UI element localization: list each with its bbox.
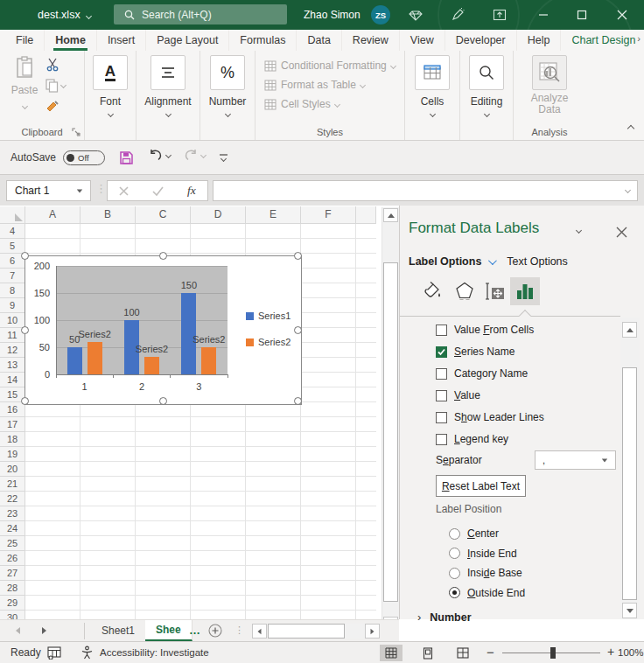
tab-chart-design[interactable]: Chart Design [561, 30, 644, 51]
column-header-e[interactable]: E [246, 206, 301, 224]
hscroll-track[interactable] [345, 624, 365, 639]
row-header-23[interactable]: 23 [0, 506, 25, 521]
dialog-launcher-icon[interactable] [72, 128, 80, 136]
bar-series2-cat2[interactable] [144, 357, 159, 374]
ribbon-display-options-icon[interactable] [492, 7, 508, 23]
number-section[interactable]: ›Number [417, 611, 472, 624]
zoom-percent[interactable]: 100% [618, 647, 643, 658]
row-header-24[interactable]: 24 [0, 521, 25, 536]
sheet-nav-next-icon[interactable] [42, 627, 46, 634]
zoom-in-button[interactable]: + [607, 645, 614, 659]
chart-selection-handle[interactable] [21, 252, 29, 260]
row-header-13[interactable]: 13 [0, 358, 25, 373]
tab-data[interactable]: Data [297, 30, 341, 51]
data-label[interactable]: 100 [123, 307, 139, 318]
label-options-icon[interactable] [510, 277, 540, 305]
tab-page-layout[interactable]: Page Layout [146, 30, 229, 51]
radio-outside-end[interactable]: Outside End [449, 585, 525, 601]
row-header-8[interactable]: 8 [0, 283, 25, 298]
row-header-21[interactable]: 21 [0, 477, 25, 492]
chart[interactable]: 050100150200150Series22100Series23150Ser… [24, 255, 302, 405]
avatar[interactable]: ZS [371, 5, 390, 24]
column-header-d[interactable]: D [191, 206, 246, 224]
add-sheet-icon[interactable] [208, 624, 222, 638]
accessibility-label[interactable]: Accessibility: Investigate [100, 647, 209, 658]
page-layout-view-button[interactable] [416, 645, 439, 661]
row-header-12[interactable]: 12 [0, 343, 25, 358]
data-label[interactable]: 150 [181, 280, 197, 290]
pane-menu-chevron-icon[interactable] [576, 227, 582, 234]
checkbox-category-name[interactable]: Category Name [436, 366, 528, 381]
chart-selection-handle[interactable] [21, 397, 29, 405]
chart-selection-handle[interactable] [294, 397, 302, 405]
row-header-25[interactable]: 25 [0, 536, 25, 551]
data-label[interactable]: Series2 [192, 334, 225, 345]
tab-text-options[interactable]: Text Options [507, 255, 567, 268]
row-header-16[interactable]: 16 [0, 402, 25, 417]
pane-scrollbar[interactable] [620, 318, 640, 619]
hscroll-right-button[interactable] [365, 624, 380, 639]
row-header-22[interactable]: 22 [0, 492, 25, 506]
cut-icon[interactable] [46, 58, 60, 72]
row-header-27[interactable]: 27 [0, 566, 25, 581]
name-box[interactable]: Chart 1 [6, 180, 91, 201]
tab-home[interactable]: Home [45, 30, 97, 51]
radio-icon[interactable] [449, 587, 460, 598]
user-name[interactable]: Zhao Simon [304, 0, 360, 30]
name-box-dropdown-icon[interactable] [77, 190, 82, 193]
radio-icon[interactable] [449, 548, 460, 559]
scroll-up-button[interactable] [383, 208, 398, 222]
maximize-button[interactable] [569, 0, 595, 30]
scroll-up-button[interactable] [622, 322, 637, 338]
customize-qat-button[interactable] [220, 154, 228, 161]
column-header-f[interactable]: F [301, 206, 356, 224]
bar-series2-cat3[interactable] [201, 347, 216, 374]
redo-button[interactable] [183, 149, 206, 166]
row-header-9[interactable]: 9 [0, 298, 25, 313]
sheet-nav-prev-icon[interactable] [16, 627, 20, 634]
conditional-formatting-button[interactable]: Conditional Formatting [256, 56, 404, 75]
checkbox-icon[interactable] [436, 346, 447, 358]
column-header-a[interactable]: A [25, 206, 80, 224]
checkbox-icon[interactable] [436, 325, 447, 336]
alignment-button[interactable]: Alignment [136, 51, 200, 140]
data-label[interactable]: Series2 [79, 329, 111, 339]
font-button[interactable]: A Font [85, 51, 136, 140]
insert-function-button[interactable]: fx [187, 184, 196, 198]
sheet-tab-shee[interactable]: Shee [145, 620, 192, 641]
row-header-18[interactable]: 18 [0, 432, 25, 447]
fill-line-icon[interactable] [417, 277, 447, 305]
row-header-10[interactable]: 10 [0, 313, 25, 328]
close-button[interactable] [609, 0, 635, 30]
cell-styles-button[interactable]: Cell Styles [256, 94, 404, 114]
checkbox-icon[interactable] [436, 368, 447, 380]
editing-button[interactable]: Editing [460, 51, 513, 140]
separator-dropdown[interactable]: , [535, 450, 616, 470]
legend-entry-series2[interactable]: Series2 [246, 337, 290, 347]
checkbox-icon[interactable] [436, 434, 447, 445]
macro-record-icon[interactable] [47, 646, 61, 660]
row-header-30[interactable]: 30 [0, 611, 25, 619]
chart-selection-handle[interactable] [159, 397, 167, 405]
undo-button[interactable] [148, 149, 171, 166]
checkbox-value-from-cells[interactable]: Value From Cells [436, 322, 534, 338]
tab-developer[interactable]: Developer [445, 30, 517, 51]
legend-entry-series1[interactable]: Series1 [246, 311, 290, 321]
zoom-slider-thumb[interactable] [550, 647, 556, 659]
minimize-button[interactable] [530, 0, 556, 30]
gem-icon[interactable] [408, 7, 424, 23]
row-header-20[interactable]: 20 [0, 462, 25, 477]
document-title[interactable]: dest.xlsx [38, 0, 91, 30]
chart-selection-handle[interactable] [21, 326, 29, 334]
radio-inside-end[interactable]: Inside End [449, 546, 517, 562]
checkbox-show-leader-lines[interactable]: Show Leader Lines [436, 409, 544, 425]
cancel-icon[interactable] [119, 186, 129, 196]
bar-series2-cat1[interactable] [88, 342, 102, 374]
checkbox-icon[interactable] [436, 390, 447, 401]
scroll-down-button[interactable] [622, 603, 637, 618]
row-header-5[interactable]: 5 [0, 239, 25, 254]
checkbox-legend-key[interactable]: Legend key [436, 431, 508, 447]
column-header-b[interactable]: B [80, 206, 136, 224]
accessibility-icon[interactable] [80, 646, 94, 660]
row-header-17[interactable]: 17 [0, 417, 25, 432]
